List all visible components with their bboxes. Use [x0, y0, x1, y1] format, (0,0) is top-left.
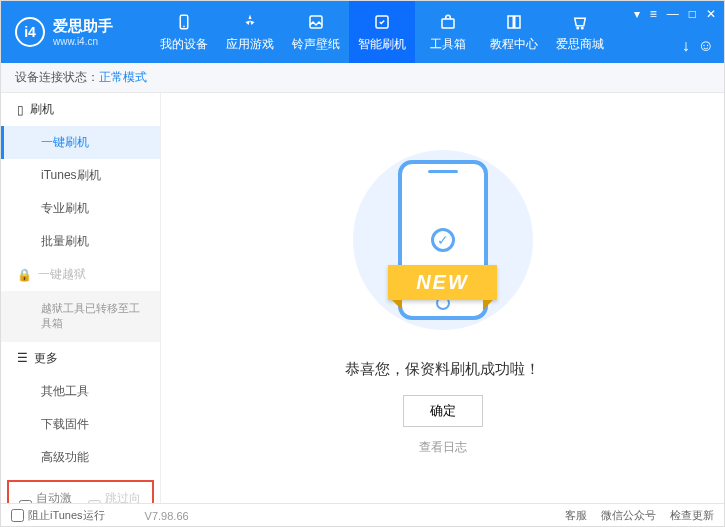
success-message: 恭喜您，保资料刷机成功啦！ [345, 360, 540, 379]
sidebar-item-itunes[interactable]: iTunes刷机 [1, 159, 160, 192]
maximize-icon[interactable]: □ [689, 7, 696, 21]
phone-icon [174, 12, 194, 32]
status-mode: 正常模式 [99, 69, 147, 86]
footer-update[interactable]: 检查更新 [670, 508, 714, 523]
book-icon [504, 12, 524, 32]
sidebar-jailbreak-header: 🔒 一键越狱 [1, 258, 160, 291]
checkbox-auto-activate[interactable]: 自动激活 [19, 490, 74, 503]
svg-point-5 [577, 27, 579, 29]
cart-icon [570, 12, 590, 32]
nav-smart-flash[interactable]: 智能刷机 [349, 1, 415, 63]
confirm-button[interactable]: 确定 [403, 395, 483, 427]
success-illustration: ✓ NEW [343, 140, 543, 340]
sidebar-flash-header[interactable]: ▯ 刷机 [1, 93, 160, 126]
nav-ringtones[interactable]: 铃声壁纸 [283, 1, 349, 63]
footer: 阻止iTunes运行 V7.98.66 客服 微信公众号 检查更新 [1, 503, 724, 527]
nav-my-device[interactable]: 我的设备 [151, 1, 217, 63]
app-url: www.i4.cn [53, 36, 113, 47]
user-icon[interactable]: ☺ [698, 37, 714, 55]
svg-point-6 [582, 27, 584, 29]
logo-icon: i4 [15, 17, 45, 47]
sidebar: ▯ 刷机 一键刷机 iTunes刷机 专业刷机 批量刷机 🔒 一键越狱 越狱工具… [1, 93, 161, 503]
download-icon[interactable]: ↓ [682, 37, 690, 55]
version-label: V7.98.66 [145, 510, 189, 522]
menu-icon[interactable]: ▾ [634, 7, 640, 21]
apps-icon [240, 12, 260, 32]
sidebar-more-header[interactable]: ☰ 更多 [1, 342, 160, 375]
sidebar-jailbreak-note: 越狱工具已转移至工具箱 [1, 291, 160, 342]
app-header: i4 爱思助手 www.i4.cn 我的设备 应用游戏 铃声壁纸 智能刷机 工具… [1, 1, 724, 63]
footer-wechat[interactable]: 微信公众号 [601, 508, 656, 523]
check-icon: ✓ [431, 228, 455, 252]
app-name: 爱思助手 [53, 17, 113, 36]
image-icon [306, 12, 326, 32]
footer-support[interactable]: 客服 [565, 508, 587, 523]
svg-rect-4 [442, 19, 454, 28]
nav-store[interactable]: 爱思商城 [547, 1, 613, 63]
sidebar-item-download-fw[interactable]: 下载固件 [1, 408, 160, 441]
nav-toolbox[interactable]: 工具箱 [415, 1, 481, 63]
sidebar-item-pro[interactable]: 专业刷机 [1, 192, 160, 225]
flash-icon: ▯ [17, 103, 24, 117]
status-bar: 设备连接状态： 正常模式 [1, 63, 724, 93]
new-banner: NEW [388, 265, 497, 300]
toolbox-icon [438, 12, 458, 32]
svg-rect-2 [310, 16, 322, 28]
view-log-link[interactable]: 查看日志 [419, 439, 467, 456]
options-box: 自动激活 跳过向导 [7, 480, 154, 503]
status-prefix: 设备连接状态： [15, 69, 99, 86]
lock-icon: 🔒 [17, 268, 32, 282]
nav-apps-games[interactable]: 应用游戏 [217, 1, 283, 63]
sidebar-item-oneclick[interactable]: 一键刷机 [1, 126, 160, 159]
sidebar-item-batch[interactable]: 批量刷机 [1, 225, 160, 258]
close-icon[interactable]: ✕ [706, 7, 716, 21]
refresh-icon [372, 12, 392, 32]
checkbox-skip-guide: 跳过向导 [88, 490, 143, 503]
main-panel: ✓ NEW 恭喜您，保资料刷机成功啦！ 确定 查看日志 [161, 93, 724, 503]
logo-area: i4 爱思助手 www.i4.cn [1, 17, 151, 47]
header-controls: ▾ ≡ — □ ✕ [634, 7, 716, 21]
sidebar-item-other-tools[interactable]: 其他工具 [1, 375, 160, 408]
nav-tutorials[interactable]: 教程中心 [481, 1, 547, 63]
block-itunes-checkbox[interactable]: 阻止iTunes运行 [11, 508, 105, 523]
more-icon: ☰ [17, 351, 28, 365]
grid-icon[interactable]: ≡ [650, 7, 657, 21]
sidebar-item-advanced[interactable]: 高级功能 [1, 441, 160, 474]
minimize-icon[interactable]: — [667, 7, 679, 21]
